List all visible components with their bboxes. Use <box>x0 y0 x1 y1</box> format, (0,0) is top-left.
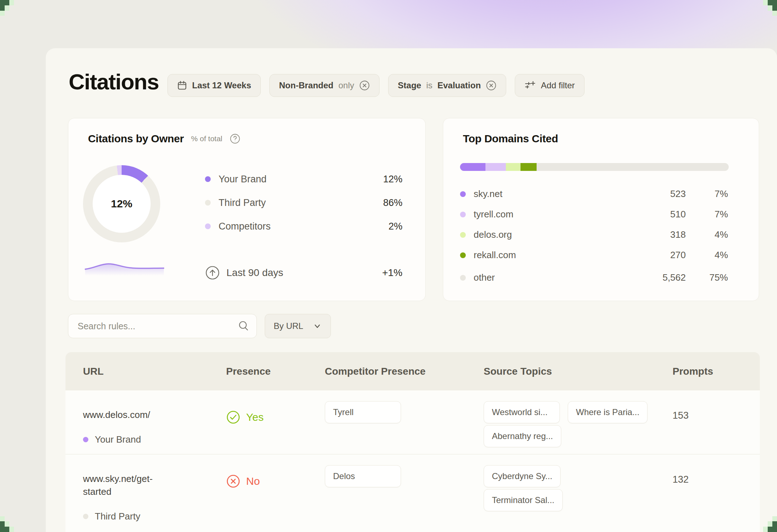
table-row[interactable]: www.delos.com/ Your Brand Yes Tyrell <box>65 390 760 454</box>
legend-row-your-brand: Your Brand 12% <box>205 167 402 191</box>
domain-row: sky.net 523 7% <box>460 184 728 204</box>
domain-row: tyrell.com 510 7% <box>460 204 728 225</box>
bar-segment-rekall.com <box>521 163 537 171</box>
x-circle-icon <box>226 474 240 488</box>
chevron-down-icon <box>313 321 322 331</box>
bar-segment-delos.org <box>506 163 521 171</box>
trend-summary: Last 90 days +1% <box>205 262 402 284</box>
filter-plus-icon <box>524 80 536 90</box>
col-header-presence: Presence <box>226 366 325 377</box>
date-range-filter[interactable]: Last 12 Weeks <box>167 74 261 97</box>
top-domains-card: Top Domains Cited sky.net 523 7% tyrell.… <box>443 118 759 301</box>
domain-dot <box>460 212 466 217</box>
domain-row: other 5,562 75% <box>460 267 728 288</box>
add-filter-button[interactable]: Add filter <box>515 74 585 97</box>
col-header-url: URL <box>65 366 226 377</box>
card-title: Citations by Owner <box>88 133 184 145</box>
search-icon <box>238 320 250 332</box>
page-title: Citations <box>69 69 159 94</box>
domain-row: rekall.com 270 4% <box>460 245 728 265</box>
donut-center-value: 12% <box>83 165 160 242</box>
filter-value: Evaluation <box>438 80 481 90</box>
prompts-count: 153 <box>673 390 760 454</box>
trend-label: Last 90 days <box>226 267 283 279</box>
calendar-icon <box>177 80 187 90</box>
filter-field: Non-Branded <box>279 80 333 90</box>
citations-table: URL Presence Competitor Presence Source … <box>65 352 760 532</box>
col-header-source-topics: Source Topics <box>484 366 673 377</box>
nonbranded-filter[interactable]: Non-Branded only <box>269 74 380 97</box>
owner-label: Third Party <box>95 511 140 522</box>
filter-field: Stage <box>398 80 421 90</box>
owner-trend-sparkline <box>85 261 164 276</box>
corner-marker-bottom-right <box>761 516 777 532</box>
legend-dot <box>205 200 211 206</box>
filter-qualifier: only <box>338 80 354 90</box>
legend-dot <box>205 176 211 182</box>
legend-row-competitors: Competitors 2% <box>205 215 402 238</box>
remove-filter-icon[interactable] <box>359 80 370 91</box>
card-title: Top Domains Cited <box>463 133 558 145</box>
date-range-label: Last 12 Weeks <box>192 80 251 90</box>
topic-chip[interactable]: Westworld si... <box>484 401 560 423</box>
prompts-count: 132 <box>673 454 760 532</box>
col-header-prompts: Prompts <box>673 366 760 377</box>
citations-by-owner-card: Citations by Owner % of total 12% <box>68 118 426 301</box>
group-by-select[interactable]: By URL <box>265 314 331 338</box>
search-rules-box <box>68 314 257 338</box>
domain-row: delos.org 318 4% <box>460 225 728 245</box>
stage-filter[interactable]: Stage is Evaluation <box>388 74 506 97</box>
col-header-competitor-presence: Competitor Presence <box>325 366 484 377</box>
topic-chip[interactable]: Where is Paria... <box>568 401 648 423</box>
search-rules-input[interactable] <box>68 314 257 338</box>
presence-value: No <box>246 474 260 488</box>
domain-dot <box>460 275 466 281</box>
add-filter-label: Add filter <box>541 80 575 90</box>
check-circle-icon <box>226 410 240 424</box>
topic-chip[interactable]: Terminator Sal... <box>484 489 563 511</box>
legend-dot <box>205 223 211 229</box>
owner-label: Your Brand <box>95 434 141 445</box>
owner-legend: Your Brand 12% Third Party 86% Competito… <box>205 167 402 238</box>
card-subtitle: % of total <box>191 134 223 143</box>
domains-list: sky.net 523 7% tyrell.com 510 7% delos.o… <box>460 184 728 288</box>
trend-value: +1% <box>382 267 402 279</box>
arrow-up-circle-icon <box>205 265 220 280</box>
competitor-chip[interactable]: Delos <box>325 465 401 487</box>
corner-marker-top-right <box>761 0 777 16</box>
corner-marker-bottom-left <box>0 516 16 532</box>
presence-value: Yes <box>246 410 264 424</box>
topic-chip[interactable]: Cyberdyne Sy... <box>484 465 561 487</box>
main-panel: Citations Last 12 Weeks Non-Branded only… <box>46 48 777 532</box>
help-icon[interactable] <box>230 133 240 144</box>
corner-marker-top-left <box>0 0 16 16</box>
owner-dot <box>83 514 88 519</box>
bar-segment-tyrell.com <box>485 163 505 171</box>
table-header: URL Presence Competitor Presence Source … <box>65 352 760 390</box>
owner-dot <box>83 437 88 442</box>
bar-segment-sky.net <box>460 163 485 171</box>
table-row[interactable]: www.sky.net/get-started Third Party No D… <box>65 454 760 532</box>
row-url[interactable]: www.delos.com/ <box>83 408 176 421</box>
legend-row-third-party: Third Party 86% <box>205 191 402 215</box>
domains-stacked-bar <box>460 163 729 171</box>
row-url[interactable]: www.sky.net/get-started <box>83 472 176 498</box>
domain-dot <box>460 252 466 258</box>
domain-dot <box>460 232 466 238</box>
filter-operator: is <box>426 80 432 90</box>
remove-filter-icon[interactable] <box>486 80 497 91</box>
domain-dot <box>460 191 466 197</box>
group-by-value: By URL <box>274 321 303 331</box>
filter-bar: Last 12 Weeks Non-Branded only Stage is … <box>167 74 585 97</box>
competitor-chip[interactable]: Tyrell <box>325 401 401 423</box>
topic-chip[interactable]: Abernathy reg... <box>484 425 561 447</box>
owner-donut: 12% <box>83 165 160 242</box>
